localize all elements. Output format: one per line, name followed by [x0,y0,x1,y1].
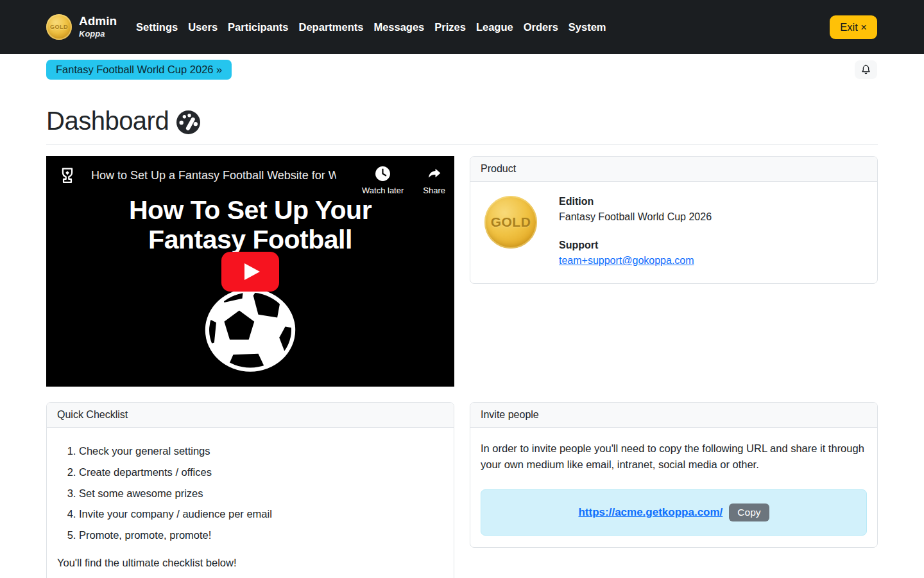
watch-later-button[interactable]: Watch later [362,166,404,195]
invite-description: In order to invite people you'll need to… [481,441,867,473]
gold-coin-logo: GOLD [46,14,72,40]
share-button[interactable]: Share [423,166,445,195]
invite-people-card: Invite people In order to invite people … [470,402,878,548]
quick-checklist-header: Quick Checklist [47,403,454,428]
tutorial-video-player[interactable]: How To Set Up Your Fantasy Football [46,156,454,387]
support-label: Support [559,240,712,251]
gold-edition-coin: GOLD [484,196,537,249]
nav-item-league[interactable]: League [471,16,518,39]
product-card-body: GOLD Edition Fantasy Football World Cup … [470,182,877,283]
invite-people-header: Invite people [470,403,877,428]
nav-item-users[interactable]: Users [183,16,223,39]
checklist-list: Check your general settings Create depar… [79,443,443,543]
bell-icon [860,64,872,76]
brand-subtitle: Koppa [79,30,117,39]
clock-icon [375,166,391,182]
quick-checklist-card: Quick Checklist Check your general setti… [46,402,454,578]
page-title: Dashboard [46,107,169,136]
nav-item-orders[interactable]: Orders [518,16,563,39]
checklist-item: Invite your company / audience per email [79,506,443,522]
invite-url-link[interactable]: https://acme.getkoppa.com/ [578,504,723,521]
edition-label: Edition [559,196,712,207]
checklist-item: Create departments / offices [79,464,443,480]
invite-url-box: https://acme.getkoppa.com/ Copy [481,489,867,536]
support-email-link[interactable]: team+support@gokoppa.com [559,255,694,266]
product-card: Product GOLD Edition Fantasy Football Wo… [470,156,878,284]
nav-item-prizes[interactable]: Prizes [429,16,471,39]
edition-value: Fantasy Football World Cup 2026 [559,211,712,223]
main-content: How To Set Up Your Fantasy Football [0,145,924,578]
copy-url-button[interactable]: Copy [729,504,769,521]
brand-title: Admin [79,15,117,28]
toolbar-row: Fantasy Football World Cup 2026 » [0,54,924,80]
video-title[interactable]: How to Set Up a Fantasy Football Website… [91,169,336,182]
checklist-item: Set some awesome prizes [79,486,443,502]
invite-people-body: In order to invite people you'll need to… [470,428,877,547]
nav-item-departments[interactable]: Departments [294,16,369,39]
exit-button[interactable]: Exit × [830,15,877,39]
edition-breadcrumb-button[interactable]: Fantasy Football World Cup 2026 » [46,60,232,80]
product-card-header: Product [470,157,877,182]
nav-item-participants[interactable]: Participants [223,16,293,39]
page-head: Dashboard [0,80,924,145]
nav-item-system[interactable]: System [563,16,612,39]
checklist-footer-note: You'll find the ultimate checklist below… [57,555,443,571]
quick-checklist-body: Check your general settings Create depar… [47,428,454,578]
video-headline: How To Set Up Your Fantasy Football [46,195,454,254]
soccer-ball-icon [200,285,300,378]
checklist-item: Promote, promote, promote! [79,527,443,543]
checklist-item: Check your general settings [79,443,443,459]
nav-item-settings[interactable]: Settings [131,16,183,39]
play-button-icon[interactable] [221,252,279,292]
share-arrow-icon [426,166,443,182]
notifications-button[interactable] [855,60,877,79]
brand[interactable]: GOLD Admin Koppa [46,14,117,40]
channel-logo-icon[interactable] [56,165,78,187]
nav-item-messages[interactable]: Messages [368,16,429,39]
top-navbar: GOLD Admin Koppa Settings Users Particip… [0,0,924,54]
speedometer-icon [176,110,200,134]
main-nav: Settings Users Participants Departments … [131,16,830,39]
video-top-bar: How to Set Up a Fantasy Football Website… [46,156,454,195]
